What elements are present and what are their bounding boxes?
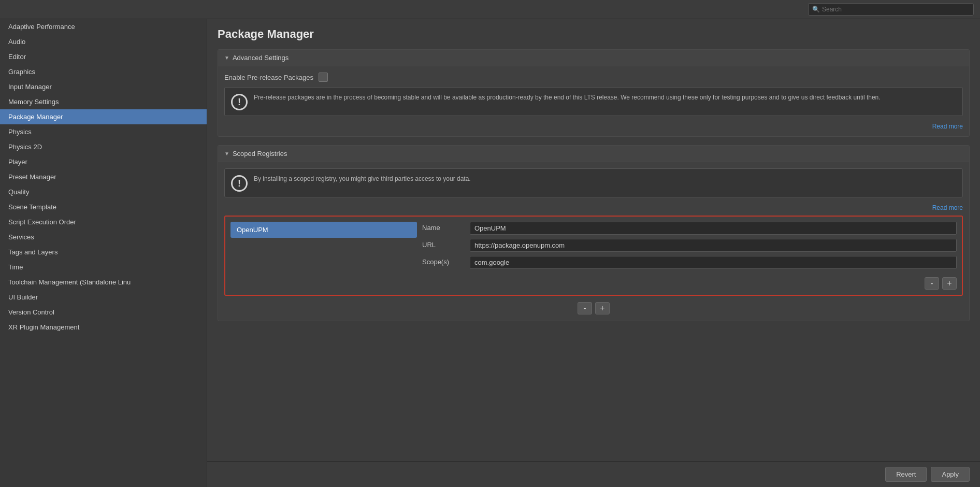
- content-area: Package Manager ▼ Advanced Settings Enab…: [207, 19, 980, 461]
- registry-form: Name URL Scope(s): [422, 222, 957, 290]
- revert-button[interactable]: Revert: [885, 467, 927, 482]
- advanced-settings-header: ▼ Advanced Settings: [218, 50, 969, 66]
- registry-container: OpenUPM Name URL: [224, 216, 963, 296]
- main-layout: Adaptive PerformanceAudioEditorGraphicsI…: [0, 19, 980, 487]
- sidebar-item-script-execution-order[interactable]: Script Execution Order: [0, 214, 207, 230]
- sidebar-item-adaptive-performance[interactable]: Adaptive Performance: [0, 19, 207, 34]
- registry-buttons-row: - +: [422, 277, 957, 290]
- apply-button[interactable]: Apply: [931, 467, 970, 482]
- sidebar-item-memory-settings[interactable]: Memory Settings: [0, 94, 207, 109]
- sidebar-item-audio[interactable]: Audio: [0, 34, 207, 49]
- footer: Revert Apply: [207, 461, 980, 487]
- form-url-row: URL: [422, 239, 957, 252]
- enable-prerelease-row: Enable Pre-release Packages: [224, 73, 963, 82]
- scoped-info-box: ! By installing a scoped registry, you m…: [224, 168, 963, 197]
- sidebar-item-xr-plugin-management[interactable]: XR Plugin Management: [0, 320, 207, 335]
- sidebar-item-package-manager[interactable]: Package Manager: [0, 109, 207, 124]
- scoped-registries-title: Scoped Registries: [233, 150, 287, 157]
- search-wrapper: 🔍: [808, 3, 974, 16]
- search-icon: 🔍: [812, 6, 820, 13]
- url-label: URL: [422, 239, 464, 249]
- info-icon: !: [231, 94, 248, 110]
- sidebar-item-player[interactable]: Player: [0, 154, 207, 169]
- registry-list: OpenUPM: [230, 222, 417, 290]
- sidebar-item-tags-and-layers[interactable]: Tags and Layers: [0, 245, 207, 260]
- bottom-add-remove: - +: [224, 302, 963, 314]
- sidebar: Adaptive PerformanceAudioEditorGraphicsI…: [0, 19, 207, 487]
- search-input[interactable]: [808, 3, 974, 16]
- registry-list-item-openupm[interactable]: OpenUPM: [230, 222, 417, 238]
- add-scope-button[interactable]: +: [942, 277, 957, 290]
- name-label: Name: [422, 222, 464, 232]
- top-bar: 🔍: [0, 0, 980, 19]
- sidebar-item-version-control[interactable]: Version Control: [0, 305, 207, 320]
- remove-registry-button[interactable]: -: [578, 302, 592, 314]
- name-input[interactable]: [470, 222, 957, 235]
- advanced-settings-section: ▼ Advanced Settings Enable Pre-release P…: [218, 49, 970, 137]
- sidebar-item-graphics[interactable]: Graphics: [0, 64, 207, 79]
- sidebar-item-ui-builder[interactable]: UI Builder: [0, 290, 207, 305]
- advanced-info-box: ! Pre-release packages are in the proces…: [224, 87, 963, 116]
- sidebar-item-scene-template[interactable]: Scene Template: [0, 199, 207, 214]
- advanced-read-more-link[interactable]: Read more: [932, 123, 963, 130]
- sidebar-item-input-manager[interactable]: Input Manager: [0, 79, 207, 94]
- sidebar-item-physics-2d[interactable]: Physics 2D: [0, 139, 207, 154]
- sidebar-item-editor[interactable]: Editor: [0, 49, 207, 64]
- scoped-registries-section: ▼ Scoped Registries ! By installing a sc…: [218, 145, 970, 321]
- scoped-read-more-link[interactable]: Read more: [932, 204, 963, 211]
- scoped-read-more-row: Read more: [224, 202, 963, 211]
- advanced-settings-title: Advanced Settings: [233, 54, 289, 62]
- sidebar-item-quality[interactable]: Quality: [0, 184, 207, 199]
- chevron-down-icon-2: ▼: [224, 151, 229, 156]
- sidebar-item-preset-manager[interactable]: Preset Manager: [0, 169, 207, 184]
- scoped-info-icon: !: [231, 175, 248, 192]
- page-title: Package Manager: [218, 27, 970, 41]
- scoped-info-text: By installing a scoped registry, you mig…: [254, 174, 956, 183]
- enable-prerelease-checkbox[interactable]: [319, 73, 328, 82]
- sidebar-item-toolchain-management-(standalone-linu[interactable]: Toolchain Management (Standalone Linu: [0, 275, 207, 290]
- registry-layout: OpenUPM Name URL: [230, 222, 957, 290]
- scoped-registries-header: ▼ Scoped Registries: [218, 146, 969, 162]
- sidebar-item-physics[interactable]: Physics: [0, 124, 207, 139]
- scope-input[interactable]: [470, 256, 957, 269]
- sidebar-item-time[interactable]: Time: [0, 260, 207, 275]
- remove-scope-button[interactable]: -: [925, 277, 939, 290]
- scoped-registries-body: ! By installing a scoped registry, you m…: [218, 162, 969, 321]
- form-name-row: Name: [422, 222, 957, 235]
- scope-label: Scope(s): [422, 256, 464, 266]
- enable-prerelease-label: Enable Pre-release Packages: [224, 74, 313, 81]
- add-registry-button[interactable]: +: [595, 302, 610, 314]
- advanced-read-more-row: Read more: [224, 120, 963, 130]
- chevron-down-icon: ▼: [224, 55, 229, 61]
- url-input[interactable]: [470, 239, 957, 252]
- form-scope-row: Scope(s): [422, 256, 957, 269]
- sidebar-item-services[interactable]: Services: [0, 230, 207, 245]
- advanced-info-text: Pre-release packages are in the process …: [254, 93, 956, 102]
- advanced-settings-body: Enable Pre-release Packages ! Pre-releas…: [218, 66, 969, 136]
